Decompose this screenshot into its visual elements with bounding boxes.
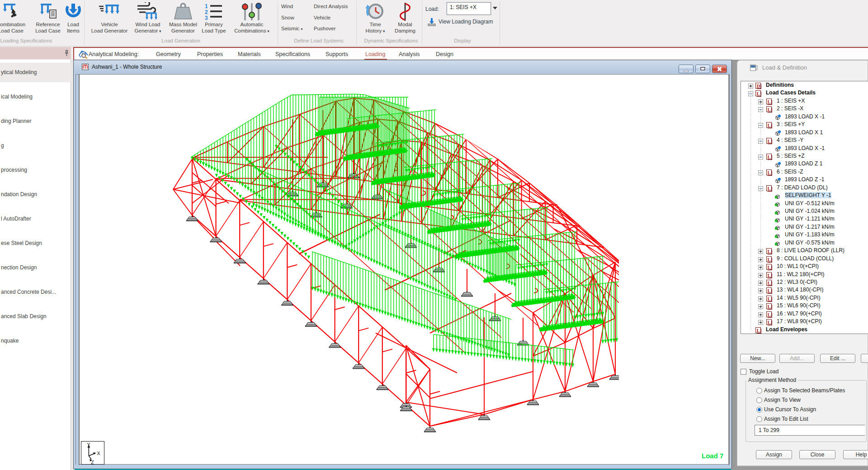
svg-text:L: L (768, 296, 771, 301)
svg-text:2: 2 (205, 9, 208, 15)
svg-text:L: L (757, 327, 760, 333)
svg-text:L: L (757, 91, 760, 96)
svg-text:L: L (768, 304, 771, 309)
svg-text:L: L (768, 138, 771, 144)
svg-text:1: 1 (205, 3, 208, 9)
svg-text:L: L (768, 280, 771, 286)
svg-text:L: L (768, 154, 771, 159)
svg-text:D: D (757, 83, 760, 89)
svg-text:L: L (768, 185, 771, 191)
svg-text:Y: Y (87, 442, 90, 447)
svg-text:L: L (768, 272, 771, 277)
svg-text:L: L (768, 249, 771, 254)
svg-text:L: L (768, 320, 771, 325)
svg-text:L: L (768, 107, 771, 112)
svg-text:L: L (768, 311, 771, 317)
svg-text:L: L (768, 99, 771, 104)
svg-text:L: L (768, 256, 771, 262)
svg-text:L: L (768, 169, 771, 175)
svg-text:L: L (768, 264, 771, 270)
svg-text:3: 3 (205, 15, 208, 21)
svg-text:L: L (768, 288, 771, 293)
svg-text:X: X (97, 451, 100, 456)
svg-text:L: L (768, 122, 771, 128)
svg-text:Z: Z (91, 460, 94, 465)
